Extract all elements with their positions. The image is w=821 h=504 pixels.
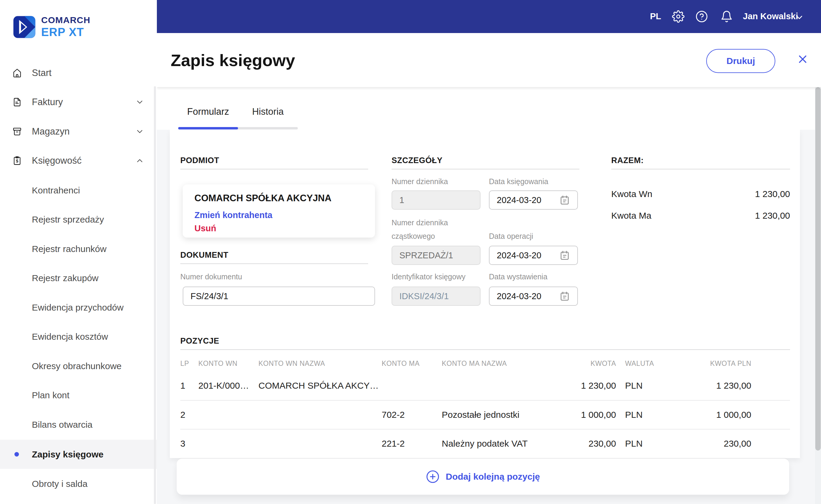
sidebar-item-ksiegowania-okresowe[interactable]: Księgowania okresowe [0,496,157,504]
numer-dokumentu-input[interactable]: FS/24/3/1 [183,287,375,306]
sidebar-item-plan-kont[interactable]: Plan kont [0,381,157,410]
sidebar-item-label: Plan kont [32,390,69,400]
gear-icon[interactable] [672,10,685,23]
identyfikator-ksiegowy-label: Identyfikator księgowy [391,272,466,281]
cell-waluta: PLN [625,381,658,391]
contractor-card[interactable]: COMARCH SPÓŁKA AKCYJNA Zmień kontrahenta… [183,184,375,238]
section-podmiot-heading: PODMIOT [180,156,219,165]
data-operacji-input[interactable]: 2024-03-20 [489,246,578,265]
calendar-icon[interactable] [559,291,570,302]
bell-icon[interactable] [720,10,733,23]
identyfikator-ksiegowy-input: IDKSI/24/3/1 [391,287,481,306]
page-scrollbar[interactable] [815,33,821,504]
cell-lp: 1 [180,381,197,391]
contractor-name: COMARCH SPÓŁKA AKCYJNA [194,193,331,204]
column-header-lp: LP [180,360,197,368]
page-title: Zapis księgowy [171,50,295,70]
table-row[interactable]: 3 221-2 Należny podatek VAT 230,00 PLN 2… [170,430,800,458]
page-header: Zapis księgowy Drukuj [157,33,821,87]
tab-historia[interactable]: Historia [238,106,298,117]
table-row[interactable]: 2 702-2 Pozostałe jednostki 1 000,00 PLN… [170,401,800,430]
language-switcher[interactable]: PL [650,11,661,21]
sidebar-item-start[interactable]: Start [0,58,157,87]
sidebar-item-kontrahenci[interactable]: Kontrahenci [0,176,157,205]
sidebar-item-ewidencja-przychodow[interactable]: Ewidencja przychodów [0,293,157,322]
form-content: PODMIOT SZCZEGÓŁY RAZEM: COMARCH SPÓŁKA … [157,130,815,504]
table-row[interactable]: 1 201-K/000… COMARCH SPÓŁKA AKCY… 1 230,… [170,372,800,400]
numer-dokumentu-label: Numer dokumentu [180,272,242,281]
sidebar-item-rejestr-zakupow[interactable]: Rejestr zakupów [0,263,157,293]
change-contractor-link[interactable]: Zmień kontrahenta [194,210,272,220]
calendar-icon[interactable] [559,195,570,205]
data-operacji-value: 2024-03-20 [497,250,541,260]
sidebar-item-faktury[interactable]: Faktury [0,87,157,117]
divider [180,169,368,169]
data-ksiegowania-value: 2024-03-20 [497,195,541,205]
sidebar-scrollbar[interactable] [154,86,156,504]
column-header-konto-wn: KONTO WN [198,360,257,368]
sidebar-item-label: Magazyn [32,126,70,137]
column-header-kwota-pln: KWOTA PLN [661,360,751,368]
sidebar-item-obroty-i-salda[interactable]: Obroty i salda [0,469,157,498]
sidebar-item-label: Księgowość [32,155,81,166]
cell-kwota-pln: 1 230,00 [661,381,751,391]
data-wystawienia-label: Data wystawienia [489,272,548,281]
razem-row-kwota-wn: Kwota Wn 1 230,00 [611,189,790,199]
user-menu[interactable]: Jan Kowalski [743,11,798,21]
data-wystawienia-input[interactable]: 2024-03-20 [489,287,578,306]
close-icon[interactable] [797,54,808,65]
chevron-up-icon [135,156,144,165]
sidebar-item-okresy-obrachunkowe[interactable]: Okresy obrachunkowe [0,351,157,381]
sidebar-item-zapisy-ksiegowe[interactable]: Zapisy księgowe [0,440,157,469]
tab-active-underline [178,127,238,129]
cell-lp: 2 [180,410,197,420]
sidebar-item-label: Okresy obrachunkowe [32,361,121,371]
sidebar-item-ewidencja-kosztow[interactable]: Ewidencja kosztów [0,322,157,351]
razem-value: 1 230,00 [755,211,790,221]
cell-waluta: PLN [625,410,658,420]
scrollbar-thumb[interactable] [815,87,821,451]
svg-text:$: $ [16,159,18,163]
calendar-icon[interactable] [559,250,570,261]
data-ksiegowania-label: Data księgowania [489,177,548,186]
print-button[interactable]: Drukuj [706,49,775,73]
remove-contractor-link[interactable]: Usuń [194,223,216,233]
sidebar-item-rejestr-rachunkow[interactable]: Rejestr rachunków [0,234,157,263]
divider [180,263,368,264]
tab-formularz[interactable]: Formularz [178,106,238,117]
sidebar: COMARCH ERP XT Start Faktury Magazyn [0,0,157,504]
section-pozycje-heading: POZYCJE [180,336,219,346]
numer-dziennika-czastkowego-value: SPRZEDAŻ/1 [399,250,453,260]
sidebar-item-label: Rejestr zakupów [32,273,99,283]
numer-dziennika-czastkowego-input: SPRZEDAŻ/1 [391,246,481,265]
accounting-clipboard-icon: $ [12,156,22,166]
cell-kwota: 230,00 [526,439,616,449]
table-header-row: LP KONTO WN KONTO WN NAZWA KONTO MA KONT… [170,360,800,370]
comarch-logo-icon [13,16,36,38]
sidebar-item-rejestr-sprzedazy[interactable]: Rejestr sprzedaży [0,205,157,234]
numer-dziennika-czastkowego-label-line2: cząstkowego [391,232,435,241]
section-razem-heading: RAZEM: [611,156,644,165]
sidebar-item-bilans-otwarcia[interactable]: Bilans otwarcia [0,410,157,439]
comarch-logo[interactable]: COMARCH ERP XT [13,15,90,39]
section-dokument-heading: DOKUMENT [180,250,228,260]
form-card: PODMIOT SZCZEGÓŁY RAZEM: COMARCH SPÓŁKA … [170,130,800,458]
sidebar-item-magazyn[interactable]: Magazyn [0,117,157,146]
help-icon[interactable] [695,10,708,23]
numer-dziennika-input: 1 [391,190,481,210]
sidebar-item-label: Obroty i salda [32,479,87,489]
cell-kwota-pln: 230,00 [661,439,751,449]
chevron-down-icon[interactable] [795,13,804,22]
cell-konto-wn-nazwa: COMARCH SPÓŁKA AKCY… [258,381,378,391]
add-position-button[interactable]: Dodaj kolejną pozycję [177,458,789,495]
divider [180,349,790,350]
sidebar-item-label: Ewidencja kosztów [32,332,108,342]
cell-waluta: PLN [625,439,658,449]
cell-konto-ma: 221-2 [381,439,441,449]
sidebar-item-label: Rejestr sprzedaży [32,214,104,225]
razem-row-kwota-ma: Kwota Ma 1 230,00 [611,211,790,221]
sidebar-item-ksiegowosc[interactable]: $ Księgowość [0,146,157,175]
cell-konto-ma: 702-2 [381,410,441,420]
data-ksiegowania-input[interactable]: 2024-03-20 [489,190,578,210]
numer-dokumentu-value: FS/24/3/1 [190,291,228,301]
